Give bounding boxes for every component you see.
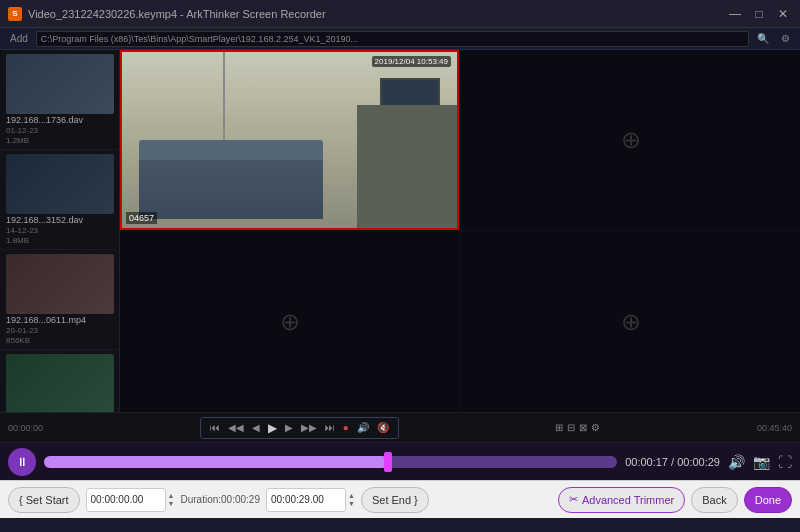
sidebar-meta: 14-12-23 (6, 226, 113, 235)
sidebar-thumbnail (6, 254, 114, 314)
end-time-stepper: ▲ ▼ (348, 492, 355, 507)
next-frame-button[interactable]: ▶▶ (298, 421, 320, 434)
titlebar: S Video_231224230226.keymp4 - ArkThinker… (0, 0, 800, 28)
sidebar-item[interactable]: 192.168.2_42116.avi 22-12 11.5MB (0, 350, 119, 412)
mute-button[interactable]: 🔇 (374, 421, 392, 434)
start-time-increment[interactable]: ▲ (168, 492, 175, 499)
set-start-button[interactable]: { Set Start (8, 487, 80, 513)
scrubber-thumb[interactable] (384, 452, 392, 472)
right-controls: ⊞ ⊟ ⊠ ⚙ (555, 422, 600, 433)
sidebar-item[interactable]: 192.168...3152.dav 14-12-23 1.8MB (0, 150, 119, 250)
sidebar-filesize: 856KB (6, 336, 113, 345)
video-content: 2019/12/04 10:53:49 04657 (122, 52, 457, 228)
end-time-increment[interactable]: ▲ (348, 492, 355, 499)
done-button[interactable]: Done (744, 487, 792, 513)
wall-element (223, 52, 225, 149)
timeline-scrubber[interactable] (44, 456, 617, 468)
timeline-bar: ⏸ 00:00:17 / 00:00:29 🔊 📷 ⛶ (0, 442, 800, 480)
scrubber-fill (44, 456, 388, 468)
video-cell-2[interactable]: ⊕ (461, 50, 800, 230)
app-logo: S (8, 7, 22, 21)
skip-end-button[interactable]: ⏭ (322, 421, 338, 434)
sidebar-meta: 20-01-23 (6, 326, 113, 335)
start-time-stepper: ▲ ▼ (168, 492, 175, 507)
sidebar: 192.168...1736.dav 01-12-23 1.2MB 192.16… (0, 50, 120, 412)
sidebar-filename: 192.168...1736.dav (6, 115, 113, 125)
advanced-trimmer-button[interactable]: ✂ Advanced Trimmer (558, 487, 685, 513)
grid-view-button[interactable]: ⊞ (555, 422, 563, 433)
sidebar-filesize: 1.8MB (6, 236, 113, 245)
sidebar-filesize: 1.2MB (6, 136, 113, 145)
action-bar: { Set Start ▲ ▼ Duration:00:00:29 ▲ ▼ Se… (0, 480, 800, 518)
empty-cell-icon: ⊕ (621, 126, 641, 154)
progress-time-right: 00:45:40 (757, 423, 792, 433)
control-bar: 00:00:00 ⏮ ◀◀ ◀ ▶ ▶ ▶▶ ⏭ ● 🔊 🔇 ⊞ ⊟ ⊠ ⚙ 0… (0, 412, 800, 442)
maximize-button[interactable]: □ (750, 5, 768, 23)
settings-view-button[interactable]: ⚙ (591, 422, 600, 433)
play-button[interactable]: ▶ (265, 420, 280, 436)
sidebar-thumbnail (6, 154, 114, 214)
playback-controls: ⏮ ◀◀ ◀ ▶ ▶ ▶▶ ⏭ ● 🔊 🔇 (200, 417, 399, 439)
toolbar: Add C:\Program Files (x86)\Tes\Bins\App\… (0, 28, 800, 50)
prev-frame-button[interactable]: ◀◀ (225, 421, 247, 434)
list-view-button[interactable]: ⊟ (567, 422, 575, 433)
start-time-decrement[interactable]: ▼ (168, 500, 175, 507)
back-button[interactable]: Back (691, 487, 737, 513)
video-cell-3[interactable]: ⊕ (120, 232, 459, 412)
desk (357, 105, 458, 228)
record-button[interactable]: ● (340, 421, 352, 434)
skip-start-button[interactable]: ⏮ (207, 421, 223, 434)
video-frame (122, 52, 457, 228)
scissors-icon: ✂ (569, 493, 578, 506)
fullscreen-icon[interactable]: ⛶ (778, 454, 792, 470)
sidebar-filename: 192.168...3152.dav (6, 215, 113, 225)
search-icon[interactable]: 🔍 (753, 32, 773, 45)
sidebar-thumbnail (6, 54, 114, 114)
step-back-button[interactable]: ◀ (249, 421, 263, 434)
sidebar-item[interactable]: 192.168...0611.mp4 20-01-23 856KB (0, 250, 119, 350)
window-controls: — □ ✕ (726, 5, 792, 23)
duration-display: Duration:00:00:29 (180, 494, 260, 505)
add-button[interactable]: Add (6, 32, 32, 45)
titlebar-left: S Video_231224230226.keymp4 - ArkThinker… (8, 7, 326, 21)
video-cell-4[interactable]: ⊕ (461, 232, 800, 412)
minimize-button[interactable]: — (726, 5, 744, 23)
empty-cell-icon: ⊕ (621, 308, 641, 336)
end-time-input[interactable] (266, 488, 346, 512)
step-forward-button[interactable]: ▶ (282, 421, 296, 434)
empty-cell-icon: ⊕ (280, 308, 300, 336)
sidebar-thumbnail (6, 354, 114, 412)
end-time-group: ▲ ▼ (266, 488, 355, 512)
sidebar-filename: 192.168...0611.mp4 (6, 315, 113, 325)
settings-icon[interactable]: ⚙ (777, 32, 794, 45)
time-display: 00:00:17 / 00:00:29 (625, 456, 720, 468)
sidebar-meta: 01-12-23 (6, 126, 113, 135)
set-end-button[interactable]: Set End } (361, 487, 429, 513)
title-text: Video_231224230226.keymp4 - ArkThinker S… (28, 8, 326, 20)
start-time-input[interactable] (86, 488, 166, 512)
close-button[interactable]: ✕ (774, 5, 792, 23)
end-time-decrement[interactable]: ▼ (348, 500, 355, 507)
video-timecode: 04657 (126, 212, 157, 224)
video-timestamp: 2019/12/04 10:53:49 (372, 56, 451, 67)
address-bar: C:\Program Files (x86)\Tes\Bins\App\Smar… (36, 31, 749, 47)
sofa (139, 140, 323, 219)
main-content: 192.168...1736.dav 01-12-23 1.2MB 192.16… (0, 50, 800, 412)
volume-button[interactable]: 🔊 (354, 421, 372, 434)
sidebar-item[interactable]: 192.168...1736.dav 01-12-23 1.2MB (0, 50, 119, 150)
start-time-group: ▲ ▼ (86, 488, 175, 512)
sofa-back (139, 140, 323, 160)
full-view-button[interactable]: ⊠ (579, 422, 587, 433)
volume-icon[interactable]: 🔊 (728, 454, 745, 470)
video-cell-1[interactable]: 2019/12/04 10:53:49 04657 (120, 50, 459, 230)
video-area: 2019/12/04 10:53:49 04657 ⊕ ⊕ ⊕ (120, 50, 800, 412)
timeline-play-pause-button[interactable]: ⏸ (8, 448, 36, 476)
progress-time-left: 00:00:00 (8, 423, 43, 433)
camera-icon[interactable]: 📷 (753, 454, 770, 470)
